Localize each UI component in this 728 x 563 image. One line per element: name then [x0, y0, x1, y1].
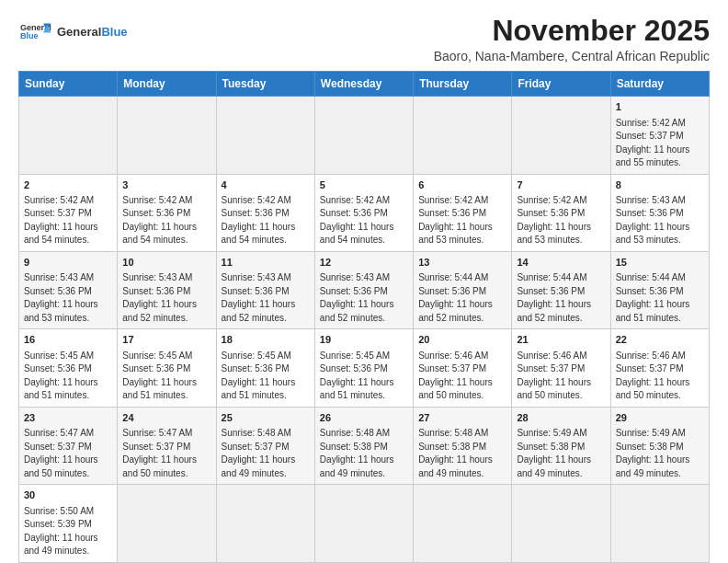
calendar-header-row: SundayMondayTuesdayWednesdayThursdayFrid… — [19, 72, 710, 97]
day-info: Sunrise: 5:43 AMSunset: 5:36 PMDaylight:… — [320, 271, 408, 325]
calendar-day-cell: 23Sunrise: 5:47 AMSunset: 5:37 PMDayligh… — [19, 407, 118, 484]
calendar-day-cell — [216, 97, 314, 174]
calendar-week-row: 16Sunrise: 5:45 AMSunset: 5:36 PMDayligh… — [19, 329, 710, 407]
day-number: 7 — [517, 178, 605, 192]
svg-text:Blue: Blue — [20, 31, 39, 40]
day-info: Sunrise: 5:42 AMSunset: 5:37 PMDaylight:… — [616, 117, 704, 170]
day-number: 20 — [418, 333, 506, 347]
day-info: Sunrise: 5:47 AMSunset: 5:37 PMDaylight:… — [122, 427, 210, 480]
day-info: Sunrise: 5:46 AMSunset: 5:37 PMDaylight:… — [517, 350, 605, 403]
day-number: 25 — [222, 411, 310, 425]
calendar-week-row: 1Sunrise: 5:42 AMSunset: 5:37 PMDaylight… — [19, 97, 710, 174]
day-info: Sunrise: 5:45 AMSunset: 5:36 PMDaylight:… — [122, 350, 210, 403]
day-info: Sunrise: 5:49 AMSunset: 5:38 PMDaylight:… — [517, 427, 605, 480]
page-subtitle: Baoro, Nana-Mambere, Central African Rep… — [434, 49, 710, 63]
day-number: 21 — [517, 333, 605, 347]
calendar-day-cell: 29Sunrise: 5:49 AMSunset: 5:38 PMDayligh… — [610, 407, 709, 484]
day-info: Sunrise: 5:47 AMSunset: 5:37 PMDaylight:… — [24, 427, 112, 480]
col-header-saturday: Saturday — [610, 72, 709, 97]
calendar-day-cell: 24Sunrise: 5:47 AMSunset: 5:37 PMDayligh… — [118, 407, 216, 484]
col-header-wednesday: Wednesday — [314, 72, 413, 97]
day-number: 12 — [320, 256, 408, 270]
logo: General Blue GeneralBlue — [18, 18, 128, 44]
calendar-day-cell: 27Sunrise: 5:48 AMSunset: 5:38 PMDayligh… — [414, 407, 512, 484]
calendar-day-cell: 21Sunrise: 5:46 AMSunset: 5:37 PMDayligh… — [512, 329, 610, 407]
day-number: 8 — [616, 178, 704, 192]
day-number: 15 — [616, 256, 704, 270]
calendar-day-cell: 11Sunrise: 5:43 AMSunset: 5:36 PMDayligh… — [216, 251, 314, 328]
calendar-day-cell: 6Sunrise: 5:42 AMSunset: 5:36 PMDaylight… — [414, 174, 512, 251]
day-info: Sunrise: 5:42 AMSunset: 5:36 PMDaylight:… — [517, 194, 605, 247]
day-info: Sunrise: 5:43 AMSunset: 5:36 PMDaylight:… — [24, 271, 112, 325]
day-number: 1 — [616, 100, 704, 114]
day-info: Sunrise: 5:46 AMSunset: 5:37 PMDaylight:… — [616, 350, 704, 403]
calendar-day-cell: 4Sunrise: 5:42 AMSunset: 5:36 PMDaylight… — [216, 174, 314, 251]
day-number: 3 — [122, 178, 210, 192]
calendar-day-cell: 5Sunrise: 5:42 AMSunset: 5:36 PMDaylight… — [314, 174, 413, 251]
day-info: Sunrise: 5:44 AMSunset: 5:36 PMDaylight:… — [418, 271, 506, 325]
day-number: 13 — [418, 256, 506, 270]
calendar-day-cell: 1Sunrise: 5:42 AMSunset: 5:37 PMDaylight… — [610, 97, 709, 174]
day-info: Sunrise: 5:48 AMSunset: 5:38 PMDaylight:… — [418, 427, 506, 480]
calendar-week-row: 30Sunrise: 5:50 AMSunset: 5:39 PMDayligh… — [19, 485, 710, 562]
day-info: Sunrise: 5:42 AMSunset: 5:36 PMDaylight:… — [122, 194, 210, 247]
day-number: 4 — [222, 178, 310, 192]
day-info: Sunrise: 5:48 AMSunset: 5:37 PMDaylight:… — [222, 427, 310, 480]
day-info: Sunrise: 5:43 AMSunset: 5:36 PMDaylight:… — [222, 271, 310, 325]
calendar-day-cell: 12Sunrise: 5:43 AMSunset: 5:36 PMDayligh… — [314, 251, 413, 328]
day-number: 9 — [24, 256, 112, 270]
page-title: November 2025 — [434, 15, 710, 47]
day-number: 26 — [320, 411, 408, 425]
calendar-day-cell: 14Sunrise: 5:44 AMSunset: 5:36 PMDayligh… — [512, 251, 610, 328]
calendar-day-cell — [414, 485, 512, 562]
day-number: 10 — [122, 256, 210, 270]
calendar-day-cell — [19, 97, 118, 174]
calendar-day-cell: 9Sunrise: 5:43 AMSunset: 5:36 PMDaylight… — [19, 251, 118, 328]
day-number: 30 — [24, 488, 112, 502]
day-info: Sunrise: 5:43 AMSunset: 5:36 PMDaylight:… — [616, 194, 704, 247]
calendar-day-cell: 13Sunrise: 5:44 AMSunset: 5:36 PMDayligh… — [414, 251, 512, 328]
calendar-day-cell: 3Sunrise: 5:42 AMSunset: 5:36 PMDaylight… — [118, 174, 216, 251]
day-info: Sunrise: 5:49 AMSunset: 5:38 PMDaylight:… — [616, 427, 704, 480]
col-header-tuesday: Tuesday — [216, 72, 314, 97]
calendar-week-row: 2Sunrise: 5:42 AMSunset: 5:37 PMDaylight… — [19, 174, 710, 251]
page-header: General Blue GeneralBlue November 2025 B… — [18, 15, 710, 63]
day-number: 24 — [122, 411, 210, 425]
calendar-day-cell — [216, 485, 314, 562]
calendar-table: SundayMondayTuesdayWednesdayThursdayFrid… — [18, 71, 710, 562]
day-info: Sunrise: 5:42 AMSunset: 5:36 PMDaylight:… — [320, 194, 408, 247]
day-number: 14 — [517, 256, 605, 270]
day-number: 6 — [418, 178, 506, 192]
day-info: Sunrise: 5:48 AMSunset: 5:38 PMDaylight:… — [320, 427, 408, 480]
day-info: Sunrise: 5:44 AMSunset: 5:36 PMDaylight:… — [517, 271, 605, 325]
day-number: 28 — [517, 411, 605, 425]
calendar-day-cell — [314, 485, 413, 562]
day-info: Sunrise: 5:43 AMSunset: 5:36 PMDaylight:… — [122, 271, 210, 325]
day-info: Sunrise: 5:42 AMSunset: 5:37 PMDaylight:… — [24, 194, 112, 247]
day-info: Sunrise: 5:44 AMSunset: 5:36 PMDaylight:… — [616, 271, 704, 325]
day-info: Sunrise: 5:46 AMSunset: 5:37 PMDaylight:… — [418, 350, 506, 403]
title-area: November 2025 Baoro, Nana-Mambere, Centr… — [434, 15, 710, 63]
col-header-friday: Friday — [512, 72, 610, 97]
day-number: 2 — [24, 178, 112, 192]
calendar-day-cell: 10Sunrise: 5:43 AMSunset: 5:36 PMDayligh… — [118, 251, 216, 328]
calendar-day-cell: 26Sunrise: 5:48 AMSunset: 5:38 PMDayligh… — [314, 407, 413, 484]
calendar-day-cell: 28Sunrise: 5:49 AMSunset: 5:38 PMDayligh… — [512, 407, 610, 484]
day-number: 27 — [418, 411, 506, 425]
calendar-day-cell — [414, 97, 512, 174]
calendar-day-cell: 25Sunrise: 5:48 AMSunset: 5:37 PMDayligh… — [216, 407, 314, 484]
day-info: Sunrise: 5:50 AMSunset: 5:39 PMDaylight:… — [24, 505, 112, 558]
calendar-day-cell — [512, 97, 610, 174]
day-number: 11 — [222, 256, 310, 270]
calendar-day-cell: 2Sunrise: 5:42 AMSunset: 5:37 PMDaylight… — [19, 174, 118, 251]
day-number: 5 — [320, 178, 408, 192]
day-number: 23 — [24, 411, 112, 425]
day-info: Sunrise: 5:45 AMSunset: 5:36 PMDaylight:… — [222, 350, 310, 403]
day-number: 19 — [320, 333, 408, 347]
calendar-week-row: 23Sunrise: 5:47 AMSunset: 5:37 PMDayligh… — [19, 407, 710, 484]
logo-text: GeneralBlue — [57, 25, 128, 39]
day-info: Sunrise: 5:42 AMSunset: 5:36 PMDaylight:… — [418, 194, 506, 247]
calendar-week-row: 9Sunrise: 5:43 AMSunset: 5:36 PMDaylight… — [19, 251, 710, 328]
calendar-day-cell — [610, 485, 709, 562]
calendar-day-cell: 22Sunrise: 5:46 AMSunset: 5:37 PMDayligh… — [610, 329, 709, 407]
